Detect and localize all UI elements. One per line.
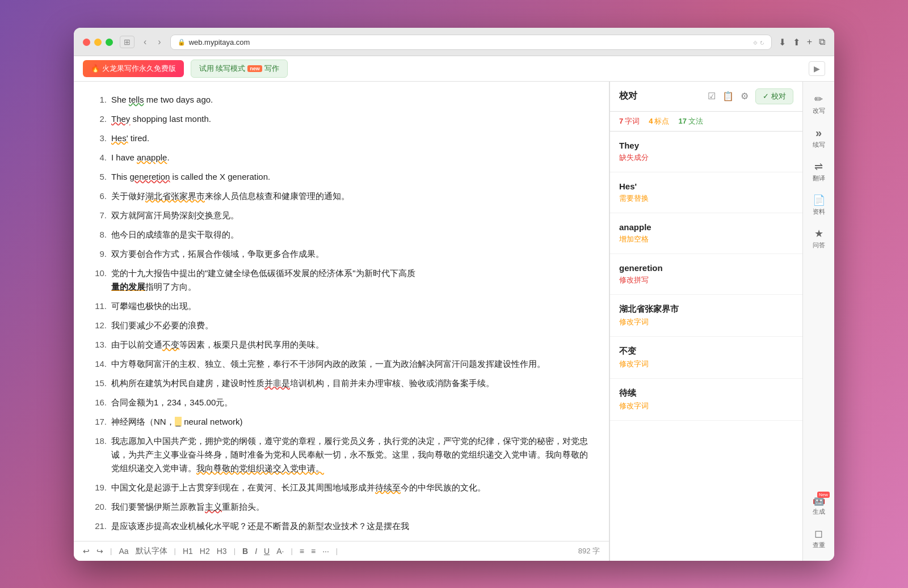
color-button[interactable]: A· [276, 547, 284, 556]
qa-icon: ★ [814, 227, 823, 240]
more-options-button[interactable]: ··· [322, 547, 329, 556]
divider: | [234, 547, 236, 555]
list-item: 20. 我们要警惕伊斯兰原教旨主义重新抬头。 [91, 500, 592, 514]
download-icon[interactable]: ⬇ [779, 37, 786, 48]
issue-type: 缺失成分 [619, 153, 793, 163]
issue-type: 修改字词 [619, 401, 793, 411]
list-item: 14. 中方尊敬阿富汗的主权、独立、领土完整，奉行不干涉阿内政的政策，一直为政治… [91, 357, 592, 371]
issue-word: Hes' [619, 181, 793, 191]
clipboard-icon-button[interactable]: 📋 [722, 91, 734, 101]
qa-button[interactable]: ★ 问答 [803, 223, 834, 254]
marks-label: 标点 [654, 116, 669, 126]
url-text: web.mypitaya.com [189, 38, 250, 46]
generate-button[interactable]: New 🤖 生成 [803, 489, 834, 521]
h2-button[interactable]: H2 [200, 547, 210, 556]
highlighted-word: 我向尊敬的党组织递交入党申请。 [196, 463, 324, 473]
redo-button[interactable]: ↪ [96, 547, 103, 556]
issue-word: They [619, 141, 793, 150]
materials-icon: 📄 [813, 194, 825, 206]
undo-button[interactable]: ↩ [83, 547, 90, 556]
list-item: 15. 机构所在建筑为村民自建房，建设时性质并非是培训机构，目前并未办理审核、验… [91, 377, 592, 390]
ordered-list-button[interactable]: ≡ [300, 547, 304, 556]
continue-suffix: 写作 [264, 64, 279, 74]
issue-item[interactable]: 待续 修改字词 [610, 379, 802, 421]
unordered-list-button[interactable]: ≡ [311, 547, 316, 556]
list-item: 18. 我志愿加入中国共产党，拥护党的纲领，遵守党的章程，履行党员义务，执行党的… [91, 434, 592, 475]
browser-window: ⊞ ‹ › 🔒 web.mypitaya.com ⟐ ↻ ⬇ ⬆ + ⧉ 🔥 火… [74, 28, 834, 561]
h1-button[interactable]: H1 [183, 547, 193, 556]
issue-word: 待续 [619, 388, 793, 399]
issue-word: 湖北省张家界市 [619, 304, 793, 315]
marks-stat: 4 标点 [649, 116, 669, 126]
rewrite-button[interactable]: ✏ 改写 [803, 88, 834, 120]
issue-word: anapple [619, 222, 793, 232]
issue-type: 修改字词 [619, 317, 793, 327]
share-icon[interactable]: ⬆ [793, 37, 800, 48]
h3-button[interactable]: H3 [217, 547, 227, 556]
font-family-button[interactable]: 默认字体 [136, 546, 167, 556]
grammar-label: 文法 [688, 116, 703, 126]
issue-type: 需要替换 [619, 193, 793, 204]
tabs-icon[interactable]: ⧉ [819, 37, 825, 47]
new-badge: new [247, 65, 262, 72]
traffic-lights [83, 39, 113, 46]
new-tab-icon[interactable]: + [807, 37, 812, 47]
issue-item[interactable]: 不变 修改字词 [610, 337, 802, 379]
nav-back-button[interactable]: ‹ [141, 36, 149, 48]
nav-forward-button[interactable]: › [155, 36, 163, 48]
panel-icons: ☑ 📋 ⚙ ✓ 校对 [708, 88, 793, 104]
translate-button[interactable]: ⇌ 翻译 [803, 156, 834, 187]
word-label: 字词 [625, 116, 640, 126]
browser-actions: ⬇ ⬆ + ⧉ [779, 37, 825, 48]
editor-area[interactable]: 1. She tells me two days ago. 2. They sh… [74, 82, 609, 561]
underline-button[interactable]: U [264, 547, 270, 556]
highlighted-word: 主义 [205, 502, 222, 511]
settings-icon-button[interactable]: ⚙ [741, 91, 749, 101]
issue-item[interactable]: anapple 增加空格 [610, 213, 802, 254]
list-item: 2. They shopping last month. [91, 112, 592, 126]
panel-title: 校对 [619, 90, 703, 102]
continue-write-button[interactable]: 试用 续写模式 new 写作 [191, 60, 288, 78]
highlighted-word: 量的发展 [111, 282, 145, 291]
issue-item[interactable]: generetion 修改拼写 [610, 254, 802, 295]
issue-item[interactable]: They 缺失成分 [610, 132, 802, 172]
issue-item[interactable]: Hes' 需要替换 [610, 172, 802, 213]
minimize-button[interactable] [94, 39, 102, 46]
fire-promo-button[interactable]: 🔥 火龙果写作永久免费版 [83, 60, 184, 77]
list-item: 9. 双方要创合作方式，拓展合作领域，争取更多合作成果。 [91, 247, 592, 261]
proofread-check-button[interactable]: ✓ 校对 [755, 88, 793, 104]
right-sidebar: ✏ 改写 » 续写 ⇌ 翻译 📄 资料 ★ 问答 New 🤖 [802, 82, 834, 561]
maximize-button[interactable] [106, 39, 113, 46]
duplicate-check-button[interactable]: ◻ 查重 [803, 523, 834, 554]
list-item: 21. 是应该逐步提高农业机械化水平呢？还是不断普及的新型农业技术？这是摆在我 [91, 519, 592, 533]
duplicate-label: 查重 [813, 541, 825, 549]
new-badge: New [817, 492, 830, 498]
sidebar-toggle-icon[interactable]: ⊞ [120, 36, 134, 48]
grammar-count-num: 17 [678, 117, 686, 125]
editor-list: 1. She tells me two days ago. 2. They sh… [91, 93, 592, 533]
close-button[interactable] [83, 39, 90, 46]
italic-button[interactable]: I [255, 547, 257, 556]
checkmark-icon-button[interactable]: ☑ [708, 91, 716, 101]
highlighted-word: They [111, 114, 130, 124]
materials-button[interactable]: 📄 资料 [803, 189, 834, 221]
list-item: 13. 由于以前交通不变等因素，板栗只是供村民享用的美味。 [91, 338, 592, 352]
translate-label: 翻译 [813, 174, 825, 183]
collapse-panel-button[interactable]: ▶ [809, 61, 825, 76]
highlighted-word: _ [175, 417, 182, 426]
continue-write-sidebar-button[interactable]: » 续写 [803, 122, 834, 154]
font-case-button[interactable]: Aa [119, 547, 128, 556]
continue-label: 续写 [813, 141, 825, 149]
divider: | [336, 547, 338, 555]
list-item: 12. 我们要减少不必要的浪费。 [91, 319, 592, 332]
issue-item[interactable]: 湖北省张家界市 修改字词 [610, 295, 802, 337]
duplicate-icon: ◻ [814, 527, 823, 540]
divider: | [291, 547, 292, 555]
issue-type: 修改字词 [619, 359, 793, 369]
editor-toolbar: 🔥 火龙果写作永久免费版 试用 续写模式 new 写作 ▶ [74, 56, 834, 82]
panel-header: 校对 ☑ 📋 ⚙ ✓ 校对 [610, 82, 802, 112]
grammar-stat: 17 文法 [678, 116, 703, 126]
bold-button[interactable]: B [242, 547, 248, 556]
generate-label: 生成 [813, 507, 825, 516]
address-bar[interactable]: 🔒 web.mypitaya.com ⟐ ↻ [170, 35, 772, 50]
